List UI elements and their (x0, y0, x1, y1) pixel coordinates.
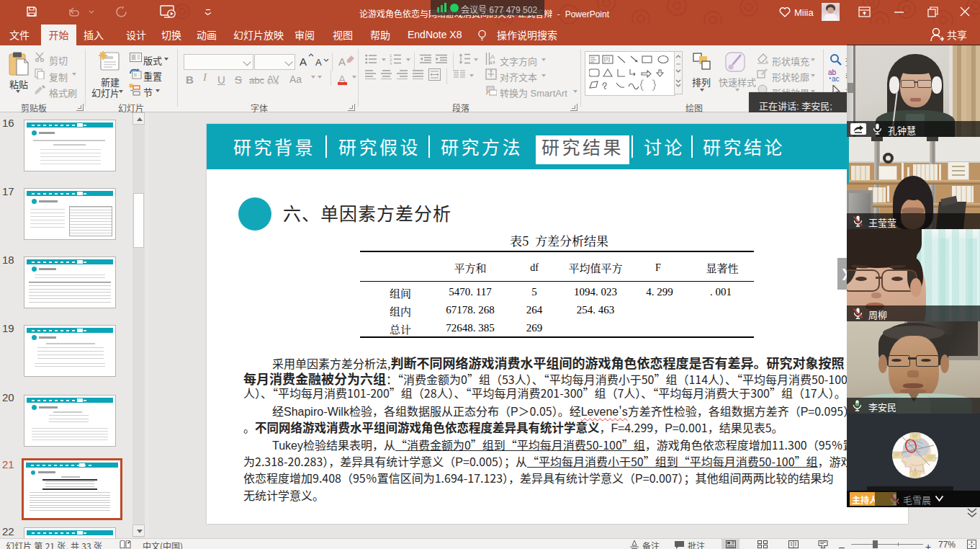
svg-text:ac: ac (832, 75, 840, 82)
svg-text:A: A (490, 53, 495, 61)
svg-text:3: 3 (390, 62, 392, 66)
